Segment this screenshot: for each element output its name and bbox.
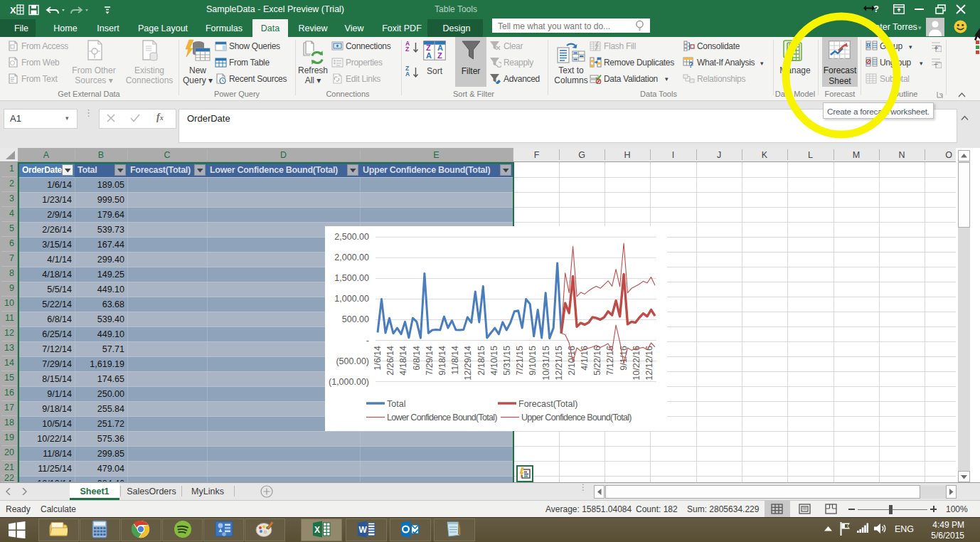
svg-text:Total: Total: [387, 399, 405, 409]
svg-text:12/29/14: 12/29/14: [463, 346, 473, 381]
svg-text:Upper Confidence Bound(Total): Upper Confidence Bound(Total): [521, 413, 632, 423]
svg-text:10/22/16: 10/22/16: [632, 346, 641, 381]
svg-text:9/18/14: 9/18/14: [437, 346, 447, 376]
svg-text:Forecast(Total): Forecast(Total): [518, 399, 577, 409]
svg-text:X: X: [314, 525, 320, 535]
svg-text:7/21/15: 7/21/15: [515, 346, 525, 376]
svg-text:5/31/15: 5/31/15: [502, 346, 512, 376]
svg-text:500.00: 500.00: [342, 314, 369, 324]
svg-text:6/8/14: 6/8/14: [412, 346, 422, 371]
svg-text:12/12/16: 12/12/16: [644, 346, 654, 381]
svg-text:X: X: [10, 5, 16, 16]
svg-text:4/10/15: 4/10/15: [489, 346, 499, 376]
svg-text:7/29/14: 7/29/14: [425, 346, 435, 376]
svg-text:A: A: [426, 51, 432, 60]
svg-text:Lower Confidence Bound(Total): Lower Confidence Bound(Total): [387, 413, 497, 423]
svg-text:11/8/14: 11/8/14: [450, 346, 460, 375]
svg-text:12/21/15: 12/21/15: [554, 346, 564, 381]
svg-text:1/6/14: 1/6/14: [373, 346, 383, 371]
svg-text:-: -: [366, 336, 369, 346]
svg-text:4/18/14: 4/18/14: [398, 346, 408, 376]
svg-text:1,000.00: 1,000.00: [334, 294, 369, 304]
svg-text:5/22/16: 5/22/16: [592, 346, 602, 376]
svg-text:2/26/14: 2/26/14: [385, 346, 395, 376]
svg-text:?: ?: [688, 60, 693, 68]
svg-text:9/10/15: 9/10/15: [528, 346, 538, 376]
svg-text:Z: Z: [437, 51, 442, 60]
svg-text:7/12/16: 7/12/16: [605, 346, 615, 376]
svg-text:W: W: [359, 525, 368, 535]
svg-text:2,500.00: 2,500.00: [334, 232, 369, 242]
svg-text:2/10/16: 2/10/16: [567, 346, 577, 376]
svg-text:10/31/15: 10/31/15: [541, 346, 551, 381]
svg-text:1,500.00: 1,500.00: [334, 273, 369, 283]
svg-text:(500.00): (500.00): [336, 356, 369, 366]
svg-text:2/18/15: 2/18/15: [476, 346, 486, 376]
svg-text:(1,000.00): (1,000.00): [329, 377, 369, 387]
svg-text:2,000.00: 2,000.00: [334, 253, 369, 262]
